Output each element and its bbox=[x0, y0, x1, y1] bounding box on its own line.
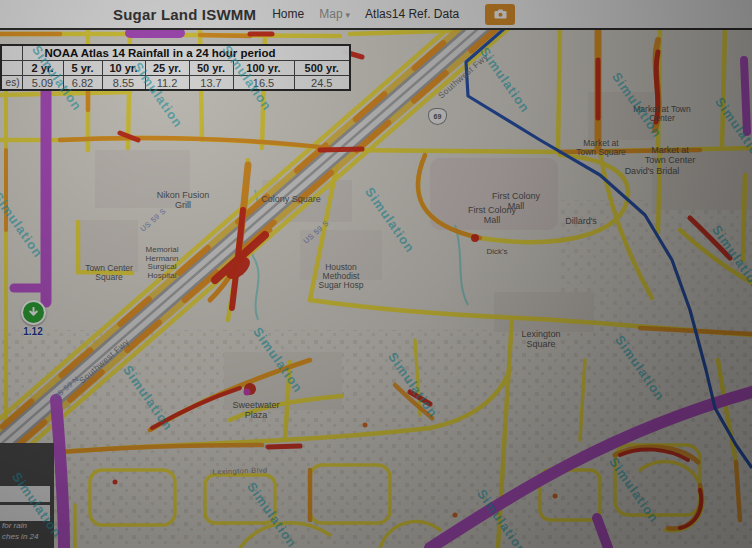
main-nav: Home Map▾ Atlas14 Ref. Data bbox=[272, 4, 515, 25]
legend-panel: for rain ches in 24 bbox=[0, 443, 54, 548]
row-label-partial: es) bbox=[1, 76, 22, 91]
map-viewport[interactable]: 69 1.12 bbox=[0, 28, 752, 548]
col-header: 100 yr. bbox=[233, 61, 294, 76]
col-header: 50 yr. bbox=[189, 61, 233, 76]
rainfall-value: 11.2 bbox=[145, 76, 189, 91]
nav-atlas14-ref-data[interactable]: Atlas14 Ref. Data bbox=[365, 7, 459, 21]
col-header: 5 yr. bbox=[63, 61, 102, 76]
chevron-down-icon: ▾ bbox=[346, 10, 351, 20]
rainfall-value: 5.09 bbox=[22, 76, 63, 91]
legend-input-2[interactable] bbox=[0, 505, 50, 521]
nav-home[interactable]: Home bbox=[272, 7, 304, 21]
table-corner-cell bbox=[1, 61, 22, 76]
legend-caption: for rain ches in 24 bbox=[2, 521, 38, 543]
gauge-value: 1.12 bbox=[13, 326, 53, 337]
rainfall-value: 24.5 bbox=[294, 76, 350, 91]
rainfall-value: 8.55 bbox=[102, 76, 145, 91]
table-corner-cell bbox=[1, 45, 22, 61]
map-canvas[interactable] bbox=[0, 28, 752, 548]
marker-down-arrow-icon[interactable] bbox=[21, 300, 46, 325]
gauge-marker[interactable]: 1.12 bbox=[13, 300, 53, 337]
rainfall-value: 13.7 bbox=[189, 76, 233, 91]
rainfall-value: 6.82 bbox=[63, 76, 102, 91]
screenshot-button[interactable] bbox=[485, 4, 515, 25]
app-window: 69 1.12 Nikon Fusion GrillColony SquareM… bbox=[0, 0, 752, 548]
col-header: 25 yr. bbox=[145, 61, 189, 76]
rainfall-value: 16.5 bbox=[233, 76, 294, 91]
legend-input-1[interactable] bbox=[0, 486, 50, 502]
rainfall-table-title: NOAA Atlas 14 Rainfall in a 24 hour peri… bbox=[22, 45, 350, 61]
col-header: 2 yr. bbox=[22, 61, 63, 76]
app-title: Sugar Land ISWMM bbox=[113, 6, 256, 23]
col-header: 500 yr. bbox=[294, 61, 350, 76]
app-header: Sugar Land ISWMM Home Map▾ Atlas14 Ref. … bbox=[0, 0, 752, 30]
nav-map-dropdown[interactable]: Map▾ bbox=[319, 7, 350, 21]
col-header: 10 yr. bbox=[102, 61, 145, 76]
rainfall-table: NOAA Atlas 14 Rainfall in a 24 hour peri… bbox=[0, 44, 351, 91]
camera-icon bbox=[494, 7, 507, 22]
